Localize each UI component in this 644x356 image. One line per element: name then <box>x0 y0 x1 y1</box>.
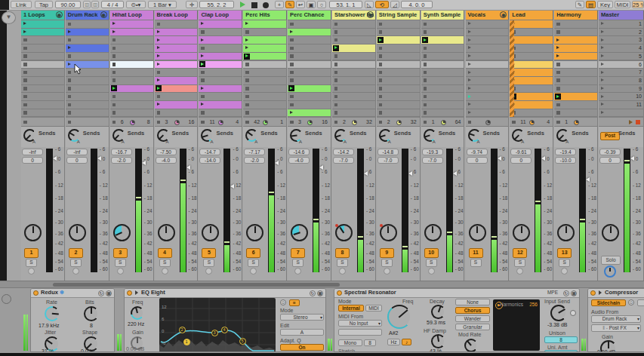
clip-slot[interactable] <box>599 109 643 117</box>
clip-slot[interactable] <box>332 109 375 117</box>
eq-section-button[interactable]: EQ <box>637 299 644 306</box>
clip-slot[interactable] <box>466 53 509 60</box>
clip-slot[interactable] <box>554 77 597 84</box>
peak-level-display[interactable]: -16.7 <box>111 149 132 155</box>
volume-fader-handle[interactable] <box>142 161 146 165</box>
sidechain-source-select[interactable]: Drum Rack <box>591 315 641 323</box>
sidechain-toggle[interactable]: Sidechain <box>591 299 626 306</box>
clip-slot[interactable] <box>66 101 109 109</box>
clip-slot[interactable] <box>510 109 553 117</box>
device-on-button[interactable] <box>33 290 39 296</box>
track-stop-button[interactable] <box>556 121 560 124</box>
clip-slot[interactable] <box>199 29 242 36</box>
track-header[interactable]: 1 Loops◉ <box>21 10 65 20</box>
volume-fader-handle[interactable] <box>408 171 412 176</box>
midi-from-select[interactable]: No Input <box>338 320 382 327</box>
arm-button[interactable] <box>72 268 79 275</box>
volume-fader-handle[interactable] <box>186 165 190 170</box>
adapt-q-toggle[interactable]: On <box>280 344 324 351</box>
clip-slot[interactable] <box>199 85 242 93</box>
clip-slot[interactable] <box>288 101 331 109</box>
clip-slot[interactable] <box>421 44 464 52</box>
freq-knob[interactable] <box>387 305 411 329</box>
track-activator-button[interactable]: 1 <box>24 248 39 258</box>
redux-title-bar[interactable]: Redux ❄ ↻ ▣ <box>31 289 114 298</box>
clip-slot[interactable] <box>332 61 375 69</box>
clip-slot[interactable] <box>421 101 464 109</box>
clip-slot[interactable] <box>110 85 153 93</box>
volume-display[interactable]: -4.0 <box>156 157 177 164</box>
re-enable-automation-icon[interactable]: ↩ <box>296 1 305 8</box>
device-on-button[interactable] <box>590 290 596 296</box>
clip-slot[interactable] <box>288 20 331 28</box>
midi-channel-select[interactable] <box>338 329 382 336</box>
midi-mode-button[interactable]: MIDI <box>365 305 382 312</box>
track-stop-button[interactable] <box>112 121 116 124</box>
clip-slot[interactable] <box>288 77 331 84</box>
clip-slot[interactable] <box>510 36 553 44</box>
device-on-button[interactable] <box>337 290 342 296</box>
clip-slot[interactable] <box>21 20 64 28</box>
clip-slot[interactable] <box>288 53 331 60</box>
volume-fader-handle[interactable] <box>97 156 101 161</box>
scrollbar-handle[interactable] <box>53 283 340 287</box>
arrangement-position-field[interactable]: 55. 2. 2 <box>199 1 234 8</box>
clip-slot[interactable] <box>421 69 464 76</box>
midi-map-button[interactable]: MIDI <box>615 1 630 8</box>
clip-slot[interactable] <box>554 61 597 69</box>
hf-damp-knob[interactable] <box>431 334 445 348</box>
instrument-icon[interactable]: ◉ <box>367 11 374 18</box>
clip-slot[interactable] <box>110 53 153 60</box>
solo-button[interactable]: S <box>203 259 214 267</box>
volume-display[interactable]: 0 <box>599 157 621 164</box>
clip-slot[interactable] <box>155 36 198 44</box>
clip-slot[interactable] <box>421 77 464 84</box>
peak-level-display[interactable]: -19.3 <box>422 149 443 155</box>
clip-slot[interactable] <box>199 77 242 84</box>
hot-swap-icon[interactable]: ↻ <box>310 290 316 296</box>
volume-display[interactable]: -7.0 <box>333 157 354 164</box>
unfold-icon[interactable] <box>135 290 138 295</box>
track-header[interactable]: Break Loop <box>155 10 199 20</box>
clip-slot[interactable] <box>155 93 198 100</box>
clip-slot[interactable] <box>66 93 109 100</box>
automation-arm-icon[interactable]: ✎ <box>285 1 294 8</box>
track-header[interactable]: String Sample <box>377 10 421 20</box>
solo-button[interactable]: S <box>115 259 126 267</box>
clip-slot[interactable] <box>243 36 286 44</box>
arm-button[interactable] <box>28 268 35 275</box>
clip-slot[interactable] <box>510 53 553 60</box>
track-header[interactable]: Synth Sample <box>421 10 465 20</box>
solo-button[interactable]: S <box>26 259 37 267</box>
internal-mode-button[interactable]: Internal <box>338 305 364 312</box>
clip-slot[interactable] <box>21 61 64 69</box>
freq-note-value[interactable]: A#2 <box>389 330 398 336</box>
volume-fader-handle[interactable] <box>319 165 323 170</box>
clip-slot[interactable] <box>66 109 109 117</box>
clip-slot[interactable] <box>21 93 64 100</box>
clip-slot[interactable] <box>199 36 242 44</box>
clip-slot[interactable] <box>243 53 286 60</box>
clip-slot[interactable] <box>243 44 286 52</box>
track-stop-button[interactable] <box>245 121 249 124</box>
eq-eight-title-bar[interactable]: EQ Eight ↻ ▣ <box>125 289 325 298</box>
rate-value[interactable]: 17.9 kHz <box>39 323 60 328</box>
solo-button[interactable]: S <box>381 259 393 267</box>
volume-fader-handle[interactable] <box>230 184 234 189</box>
clip-slot[interactable] <box>554 85 597 93</box>
arm-button[interactable] <box>162 268 168 275</box>
time-signature-field[interactable]: 4 / 4 <box>101 1 124 8</box>
clip-slot[interactable] <box>155 109 198 117</box>
clip-slot[interactable] <box>288 36 331 44</box>
listen-icon[interactable]: ⊙ <box>628 299 634 305</box>
clip-slot[interactable] <box>554 29 597 36</box>
clip-slot[interactable] <box>110 29 153 36</box>
clip-slot[interactable] <box>466 29 509 36</box>
clip-slot[interactable] <box>421 61 464 69</box>
volume-display[interactable]: -4.0 <box>288 157 310 164</box>
volume-display[interactable]: 0 <box>22 157 43 164</box>
track-stop-button[interactable] <box>201 121 205 124</box>
pan-knob[interactable] <box>69 224 86 241</box>
track-header[interactable]: Drum Rack◉ <box>66 10 109 20</box>
clip-slot[interactable] <box>21 109 64 117</box>
